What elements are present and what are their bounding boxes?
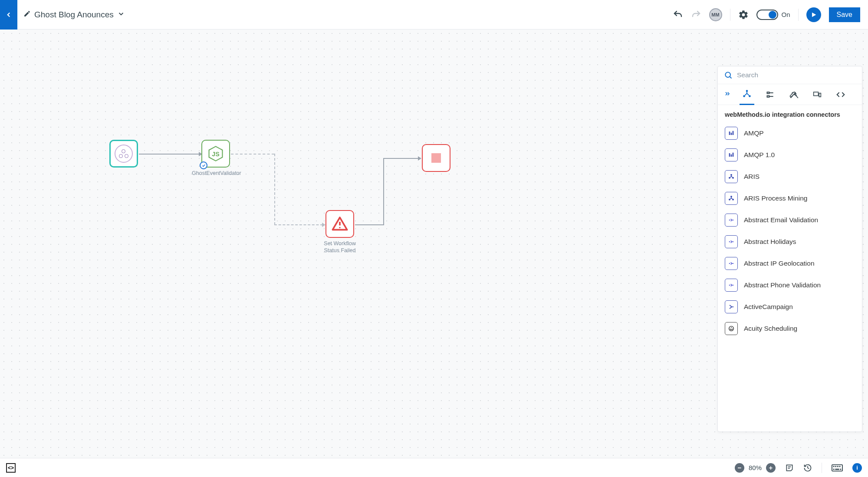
avatar[interactable]: MM (709, 8, 722, 21)
svg-rect-49 (840, 468, 842, 470)
svg-rect-17 (729, 132, 730, 135)
svg-rect-10 (767, 92, 769, 93)
end-node[interactable] (422, 144, 450, 172)
svg-point-5 (725, 72, 730, 77)
svg-rect-11 (767, 95, 769, 97)
arrow-icon (418, 156, 421, 161)
svg-rect-47 (833, 468, 835, 470)
connection-line (274, 154, 275, 225)
run-button[interactable] (806, 7, 821, 22)
svg-rect-18 (731, 133, 732, 135)
connectors-panel: webMethods.io integration connectors AMQ… (717, 66, 862, 432)
collapse-panel-button[interactable] (724, 90, 731, 99)
stop-icon (431, 153, 441, 163)
connector-item[interactable]: Abstract Holidays (722, 231, 858, 253)
toggle-label: On (782, 11, 790, 18)
connector-item[interactable]: Acuity Scheduling (722, 318, 858, 339)
svg-rect-22 (733, 153, 734, 157)
undo-button[interactable] (673, 10, 683, 20)
svg-point-39 (731, 327, 732, 328)
zoom-out-button[interactable]: − (735, 463, 744, 473)
svg-rect-42 (832, 464, 842, 471)
svg-point-31 (729, 241, 730, 243)
nodejs-icon: JS (207, 145, 224, 162)
set-status-failed-node[interactable]: Set Workflow Status Failed (326, 210, 364, 254)
svg-point-35 (729, 285, 730, 286)
arrow-icon (322, 223, 326, 227)
svg-rect-46 (839, 466, 841, 467)
keyboard-button[interactable] (832, 464, 843, 472)
tab-devices[interactable] (810, 84, 825, 105)
chevron-left-icon (5, 11, 13, 19)
enable-toggle[interactable] (756, 10, 778, 20)
tab-connectors[interactable] (740, 84, 754, 105)
connection-line (383, 158, 419, 159)
connector-item[interactable]: ActiveCampaign (722, 296, 858, 318)
connector-item[interactable]: AMQP 1.0 (722, 144, 858, 166)
svg-rect-21 (731, 155, 732, 157)
panel-section-title: webMethods.io integration connectors (718, 105, 862, 122)
connection-line (383, 158, 384, 225)
validator-node[interactable]: JS GhostEventValidator (201, 140, 240, 177)
check-badge-icon (200, 161, 207, 169)
save-button[interactable]: Save (829, 7, 860, 22)
webhook-icon (119, 149, 128, 158)
svg-point-8 (743, 95, 745, 97)
tab-tools[interactable] (786, 84, 801, 105)
title-dropdown-icon[interactable] (117, 10, 125, 20)
connector-item[interactable]: AMQP (722, 122, 858, 144)
node-label: GhostEventValidator (192, 170, 240, 177)
svg-rect-48 (835, 468, 839, 470)
connector-item[interactable]: Abstract IP Geolocation (722, 253, 858, 274)
svg-point-9 (749, 95, 751, 97)
connector-item[interactable]: Abstract Email Validation (722, 209, 858, 231)
connector-item[interactable]: Abstract Phone Validation (722, 274, 858, 296)
svg-rect-44 (835, 466, 836, 467)
svg-point-7 (746, 90, 748, 92)
node-label: Set Workflow Status Failed (316, 240, 364, 254)
svg-point-23 (731, 174, 732, 176)
svg-text:JS: JS (212, 151, 219, 158)
connection-line (274, 224, 323, 225)
svg-line-6 (730, 77, 732, 79)
back-button[interactable] (0, 0, 17, 30)
connection-line (231, 154, 274, 155)
tab-flow[interactable] (763, 84, 778, 105)
svg-rect-15 (819, 93, 821, 96)
history-button[interactable] (803, 464, 812, 472)
connector-item[interactable]: ARIS Process Mining (722, 188, 858, 209)
svg-point-26 (731, 196, 732, 197)
workflow-title[interactable]: Ghost Blog Anounces (34, 10, 114, 20)
connector-item[interactable]: ARIS (722, 166, 858, 188)
edit-title-icon[interactable] (23, 10, 31, 19)
zoom-level: 80% (749, 464, 762, 471)
redo-button (691, 10, 701, 20)
svg-point-33 (729, 263, 730, 264)
svg-rect-45 (837, 466, 838, 467)
svg-rect-20 (729, 153, 730, 157)
divider (730, 9, 730, 21)
connection-line (355, 224, 383, 225)
search-icon (724, 71, 733, 79)
search-input[interactable] (737, 71, 856, 79)
svg-rect-19 (733, 131, 734, 135)
svg-marker-0 (812, 12, 816, 17)
svg-rect-14 (814, 92, 819, 95)
divider (798, 9, 799, 21)
canvas[interactable]: JS GhostEventValidator Set Workflow (0, 30, 868, 458)
svg-point-38 (729, 326, 734, 331)
code-view-button[interactable]: <> (6, 463, 16, 473)
tab-code[interactable] (833, 84, 848, 105)
trigger-node[interactable] (109, 140, 138, 168)
svg-point-4 (339, 227, 340, 228)
warning-triangle-icon (331, 215, 349, 233)
zoom-in-button[interactable]: + (766, 463, 776, 473)
connector-list[interactable]: AMQP AMQP 1.0 ARIS ARIS Process Mining A… (718, 122, 862, 431)
svg-rect-43 (833, 466, 835, 467)
settings-button[interactable] (738, 10, 749, 20)
info-button[interactable]: i (852, 463, 862, 473)
connection-line (139, 154, 200, 155)
svg-point-29 (729, 220, 730, 221)
divider (822, 463, 822, 473)
notes-button[interactable] (785, 464, 794, 472)
